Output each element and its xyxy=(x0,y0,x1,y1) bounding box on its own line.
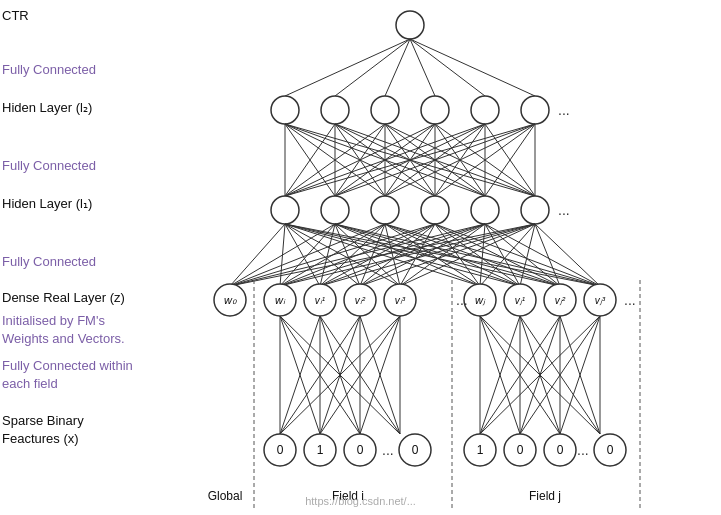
svg-line-1 xyxy=(335,39,410,96)
watermark: https://blog.csdn.net/... xyxy=(305,495,416,507)
svg-text:vⱼ²: vⱼ² xyxy=(555,295,566,306)
svg-point-52 xyxy=(471,196,499,224)
svg-text:vⱼ³: vⱼ³ xyxy=(595,295,606,306)
field-j-label: Field j xyxy=(529,489,561,503)
svg-point-50 xyxy=(371,196,399,224)
sparse-j-dots: ... xyxy=(577,442,589,458)
ctr-node xyxy=(396,11,424,39)
svg-text:w₀: w₀ xyxy=(224,294,237,306)
svg-text:0: 0 xyxy=(607,443,614,457)
svg-line-72 xyxy=(230,224,385,286)
main-container: CTR Fully Connected Hiden Layer (l₂) Ful… xyxy=(0,0,721,515)
dense-dots: ... xyxy=(624,292,636,308)
svg-point-49 xyxy=(321,196,349,224)
svg-text:wⱼ: wⱼ xyxy=(475,294,486,306)
svg-point-10 xyxy=(471,96,499,124)
svg-text:vⱼ¹: vⱼ¹ xyxy=(515,295,526,306)
global-label: Global xyxy=(208,489,243,503)
svg-text:vᵢ²: vᵢ² xyxy=(355,295,366,306)
svg-text:...: ... xyxy=(456,292,468,308)
svg-text:0: 0 xyxy=(517,443,524,457)
svg-text:1: 1 xyxy=(477,443,484,457)
svg-point-48 xyxy=(271,196,299,224)
svg-text:wᵢ: wᵢ xyxy=(275,294,286,306)
l1-dots: ... xyxy=(558,202,570,218)
network-diagram: .node { fill: white; stroke: #333; strok… xyxy=(0,0,721,515)
svg-text:vᵢ³: vᵢ³ xyxy=(395,295,406,306)
svg-point-8 xyxy=(371,96,399,124)
svg-line-0 xyxy=(285,39,410,96)
svg-text:1: 1 xyxy=(317,443,324,457)
svg-line-2 xyxy=(385,39,410,96)
svg-text:0: 0 xyxy=(412,443,419,457)
svg-point-7 xyxy=(321,96,349,124)
svg-point-53 xyxy=(521,196,549,224)
svg-line-4 xyxy=(410,39,485,96)
sparse-i-dots: ... xyxy=(382,442,394,458)
svg-line-106 xyxy=(535,224,560,286)
svg-text:0: 0 xyxy=(277,443,284,457)
l2-dots: ... xyxy=(558,102,570,118)
svg-point-11 xyxy=(521,96,549,124)
svg-text:0: 0 xyxy=(557,443,564,457)
svg-point-51 xyxy=(421,196,449,224)
svg-text:0: 0 xyxy=(357,443,364,457)
svg-point-6 xyxy=(271,96,299,124)
svg-line-3 xyxy=(410,39,435,96)
svg-text:vᵢ¹: vᵢ¹ xyxy=(315,295,326,306)
svg-line-5 xyxy=(410,39,535,96)
svg-point-9 xyxy=(421,96,449,124)
